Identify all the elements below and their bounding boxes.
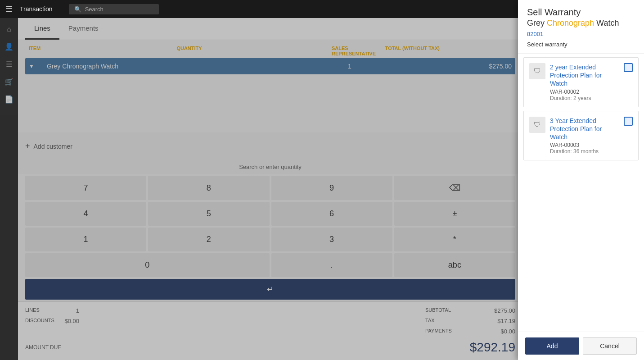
warranty-code-1: WAR-00002 xyxy=(550,89,619,95)
numpad-decimal[interactable]: . xyxy=(271,253,392,277)
warranty-checkbox-1[interactable] xyxy=(624,63,633,72)
numpad-0[interactable]: 0 xyxy=(25,253,270,277)
warranty-name-2: 3 Year Extended Protection Plan for Watc… xyxy=(550,117,619,141)
subtotal-label: SUBTOTAL xyxy=(425,307,451,314)
subtotal-value: $275.00 xyxy=(494,307,515,314)
cart-icon[interactable]: 🛒 xyxy=(1,74,17,90)
tabs: Lines Payments xyxy=(18,18,522,40)
tab-lines[interactable]: Lines xyxy=(25,18,59,40)
col-header-total: TOTAL (WITHOUT TAX) xyxy=(368,46,440,56)
tab-payments[interactable]: Payments xyxy=(59,18,108,40)
amount-due-label: AMOUNT DUE xyxy=(25,344,61,351)
numpad-backspace[interactable]: ⌫ xyxy=(394,176,515,200)
col-header-item: ITEM xyxy=(29,46,47,56)
quantity-search: Search or enter quantity xyxy=(18,160,522,174)
numpad-7[interactable]: 7 xyxy=(25,176,146,200)
search-icon: 🔍 xyxy=(74,6,81,13)
row-total: $275.00 xyxy=(440,63,512,70)
list-icon[interactable]: ☰ xyxy=(2,56,16,72)
discounts-label: DISCOUNTS xyxy=(25,318,54,324)
add-warranty-confirm-button[interactable]: Add xyxy=(525,337,579,355)
bottom-summary: LINES 1 DISCOUNTS $0.00 SUBTOTAL $275.00 xyxy=(18,301,522,360)
warranty-duration-1: Duration: 2 years xyxy=(550,95,619,101)
overlay-footer: Add Cancel xyxy=(518,332,644,360)
tax-value: $17.19 xyxy=(497,318,515,324)
lines-label: LINES xyxy=(25,307,40,314)
numpad-5[interactable]: 5 xyxy=(148,202,269,226)
payments-value: $0.00 xyxy=(500,328,515,335)
warranty-info-2: 3 Year Extended Protection Plan for Watc… xyxy=(550,117,619,155)
row-item-name: Grey Chronograph Watch xyxy=(47,63,332,70)
numpad-grid: 7 8 9 ⌫ 4 5 6 ± 1 2 3 * 0 . abc ↵ xyxy=(25,176,515,300)
numpad-plusminus[interactable]: ± xyxy=(394,202,515,226)
home-icon[interactable]: ⌂ xyxy=(3,22,15,37)
col-header-qty: QUANTITY xyxy=(47,46,332,56)
left-sidebar: ⌂ 👤 ☰ 🛒 📄 xyxy=(0,18,18,360)
numpad-2[interactable]: 2 xyxy=(148,228,269,251)
overlay-code: 82001 xyxy=(527,31,635,37)
add-customer-area[interactable]: + Add customer xyxy=(18,132,522,160)
warranty-icon-2: 🛡 xyxy=(529,117,545,133)
warranty-item-1[interactable]: 🛡 2 year Extended Protection Plan for Wa… xyxy=(523,57,639,107)
numpad-3[interactable]: 3 xyxy=(271,228,392,251)
table-area: ITEM QUANTITY SALES REPRESENTATIVE TOTAL… xyxy=(18,40,522,132)
cancel-warranty-button[interactable]: Cancel xyxy=(583,337,637,355)
numpad-enter[interactable]: ↵ xyxy=(25,279,515,300)
app-title: Transaction xyxy=(20,5,53,13)
numpad-8[interactable]: 8 xyxy=(148,176,269,200)
numpad-abc[interactable]: abc xyxy=(394,253,515,277)
warranty-item-2[interactable]: 🛡 3 Year Extended Protection Plan for Wa… xyxy=(523,111,639,161)
customer-icon[interactable]: 👤 xyxy=(1,39,17,55)
warranty-icon-1: 🛡 xyxy=(529,63,545,79)
table-header: ITEM QUANTITY SALES REPRESENTATIVE TOTAL… xyxy=(25,44,515,58)
subtitle-part2: Watch xyxy=(594,18,619,27)
numpad-9[interactable]: 9 xyxy=(271,176,392,200)
warranty-checkbox-2[interactable] xyxy=(624,117,633,126)
warranty-list: 🛡 2 year Extended Protection Plan for Wa… xyxy=(518,54,644,332)
center-panel: Lines Payments ITEM QUANTITY SALES REPRE… xyxy=(18,18,522,360)
numpad-multiply[interactable]: * xyxy=(394,228,515,251)
numpad-1[interactable]: 1 xyxy=(25,228,146,251)
subtitle-highlight: Chronograph xyxy=(547,18,594,27)
page-icon[interactable]: 📄 xyxy=(1,91,17,107)
amount-due-row: AMOUNT DUE $292.19 xyxy=(25,340,515,355)
search-placeholder: Search xyxy=(85,6,104,13)
warranty-name-1: 2 year Extended Protection Plan for Watc… xyxy=(550,63,619,88)
numpad-4[interactable]: 4 xyxy=(25,202,146,226)
add-customer-label: Add customer xyxy=(34,143,72,150)
overlay-subtitle: Grey Chronograph Watch xyxy=(527,18,635,28)
add-customer-plus-icon: + xyxy=(25,141,30,151)
col-header-rep: SALES REPRESENTATIVE xyxy=(332,46,368,56)
payments-label: PAYMENTS xyxy=(425,328,452,335)
warranty-duration-2: Duration: 36 months xyxy=(550,148,619,155)
discounts-value: $0.00 xyxy=(64,318,79,324)
subtitle-part1: Grey xyxy=(527,18,547,27)
lines-value: 1 xyxy=(76,307,79,314)
warranty-code-2: WAR-00003 xyxy=(550,142,619,148)
amount-due-value: $292.19 xyxy=(470,340,515,355)
row-quantity: 1 xyxy=(332,63,368,70)
tax-label: TAX xyxy=(425,318,435,324)
menu-icon[interactable]: ☰ xyxy=(5,4,13,14)
warranty-info-1: 2 year Extended Protection Plan for Watc… xyxy=(550,63,619,101)
overlay-title: Sell Warranty xyxy=(527,7,635,18)
row-expand-icon: ▼ xyxy=(29,63,47,69)
numpad-6[interactable]: 6 xyxy=(271,202,392,226)
select-warranty-label: Select warranty xyxy=(527,41,635,48)
table-row[interactable]: ▼ Grey Chronograph Watch 1 $275.00 xyxy=(25,58,515,74)
search-bar[interactable]: 🔍 Search xyxy=(69,4,159,14)
numpad: 7 8 9 ⌫ 4 5 6 ± 1 2 3 * 0 . abc ↵ xyxy=(18,174,522,301)
overlay-header: Sell Warranty Grey Chronograph Watch 820… xyxy=(518,0,644,54)
sell-warranty-overlay: Sell Warranty Grey Chronograph Watch 820… xyxy=(518,0,644,360)
